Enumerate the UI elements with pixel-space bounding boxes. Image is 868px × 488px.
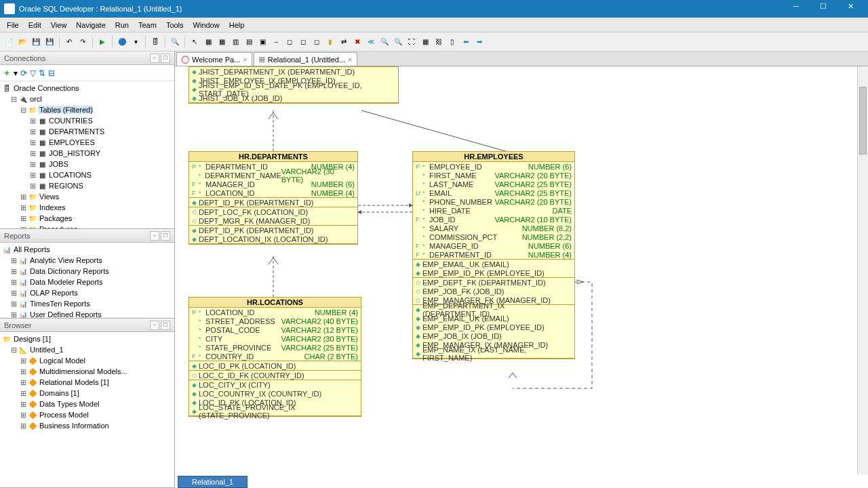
maximize-button[interactable]: ☐	[810, 2, 837, 16]
expand-icon[interactable]: ⊞	[28, 182, 37, 190]
link-icon[interactable]: ⛓	[433, 36, 445, 48]
expand-icon[interactable]: ⊞	[9, 256, 18, 265]
pointer-icon[interactable]: ↖	[189, 36, 201, 48]
expand-icon[interactable]: ⊞	[19, 192, 27, 201]
panel-max-icon[interactable]: □	[161, 231, 170, 241]
minimize-button[interactable]: ─	[783, 2, 810, 16]
menu-window[interactable]: Window	[189, 20, 224, 30]
collapse-icon[interactable]: ⊟	[48, 68, 55, 78]
menu-edit[interactable]: Edit	[24, 20, 45, 30]
sq2-icon[interactable]: ◻	[297, 36, 309, 48]
expand-icon[interactable]: ⊞	[9, 300, 18, 308]
add-connection-icon[interactable]: ＋	[3, 67, 11, 79]
tree-node[interactable]: Indexes	[38, 203, 66, 211]
menu-view[interactable]: View	[47, 20, 71, 30]
save-all-icon[interactable]: 💾	[43, 36, 56, 48]
expand-icon[interactable]: ⊞	[19, 411, 27, 420]
tree-table[interactable]: JOB_HISTORY	[47, 149, 100, 157]
expand-icon[interactable]: ⊞	[28, 138, 37, 147]
zoom-in-icon[interactable]: 🔍	[378, 36, 391, 48]
tree-model[interactable]: Logical Model	[38, 357, 85, 365]
fit-icon[interactable]: ⛶	[406, 36, 418, 48]
expand-icon[interactable]: ⊞	[28, 149, 37, 158]
back-icon[interactable]: ⬅	[460, 36, 472, 48]
menu-navigate[interactable]: Navigate	[72, 20, 109, 30]
tree-model[interactable]: Relational Models [1]	[38, 378, 109, 386]
new-icon[interactable]: 📄	[3, 36, 15, 48]
delete-icon[interactable]: ✖	[351, 36, 363, 48]
tree-designs[interactable]: Designs [1]	[12, 335, 51, 343]
menu-tools[interactable]: Tools	[162, 20, 188, 30]
sort-icon[interactable]: ⇅	[39, 68, 45, 78]
tree-table[interactable]: COUNTRIES	[47, 117, 93, 125]
expand-icon[interactable]: ⊞	[28, 171, 37, 180]
expand-icon[interactable]: ⊞	[19, 422, 27, 430]
sq1-icon[interactable]: ◻	[283, 36, 296, 48]
tree-tables[interactable]: Tables (Filtered)	[38, 106, 93, 114]
expand-icon[interactable]: ⊞	[28, 160, 37, 169]
close-button[interactable]: ✕	[837, 2, 864, 16]
db-icon[interactable]: 🗄	[149, 36, 161, 48]
expand-icon[interactable]: ⊞	[19, 357, 27, 365]
subview-tab[interactable]: Relational_1	[178, 476, 248, 488]
layout-icon[interactable]: ▯	[446, 36, 458, 48]
split-icon[interactable]: ▥	[229, 36, 241, 48]
tree-table[interactable]: REGIONS	[47, 182, 83, 190]
binoculars-icon[interactable]: 🔍	[169, 36, 181, 48]
tree-table[interactable]: DEPARTMENTS	[47, 127, 104, 136]
close-icon[interactable]: ×	[243, 56, 247, 64]
refresh-icon[interactable]: ⟳	[20, 68, 27, 78]
menu-team[interactable]: Team	[134, 20, 161, 30]
tree-report[interactable]: Data Modeler Reports	[28, 278, 103, 286]
save-icon[interactable]: 💾	[30, 36, 42, 48]
panel-max-icon[interactable]: □	[161, 54, 170, 63]
grid-icon[interactable]: ▦	[419, 36, 431, 48]
tree-model[interactable]: Domains [1]	[38, 389, 79, 397]
dropdown-icon[interactable]: ▾	[14, 68, 18, 78]
expand-icon[interactable]: ⊞	[28, 117, 37, 125]
sync-icon[interactable]: ⇄	[338, 36, 350, 48]
tree-report[interactable]: OLAP Reports	[28, 289, 78, 297]
tree-model[interactable]: Business Information	[38, 422, 109, 430]
tree-db[interactable]: orcl	[28, 95, 42, 103]
expand-icon[interactable]: ⊞	[19, 378, 27, 387]
run-icon[interactable]: ▶	[96, 36, 108, 48]
erd-table-employees[interactable]: HR.EMPLOYEES P*EMPLOYEE_IDNUMBER (6)*FIR…	[412, 151, 575, 359]
tree-report[interactable]: TimesTen Reports	[28, 300, 90, 308]
filter-icon[interactable]: ▽	[30, 68, 36, 78]
diagram-canvas[interactable]: ◆JHIST_DEPARTMENT_IX (DEPARTMENT_ID)◆JHI…	[175, 66, 868, 488]
merge-icon[interactable]: ▤	[243, 36, 255, 48]
menu-help[interactable]: Help	[225, 20, 249, 30]
expand-icon[interactable]: ⊞	[19, 367, 27, 376]
view-icon[interactable]: ▦	[216, 36, 228, 48]
redo-icon[interactable]: ↷	[77, 36, 89, 48]
expand-icon[interactable]: ⊞	[9, 278, 18, 287]
panel-min-icon[interactable]: -	[150, 54, 159, 63]
tree-table[interactable]: EMPLOYEES	[47, 138, 95, 146]
panel-min-icon[interactable]: -	[150, 321, 159, 330]
tree-model[interactable]: Multidimensional Models...	[38, 367, 127, 375]
expand-icon[interactable]: ⊞	[28, 127, 37, 136]
tree-design[interactable]: Untitled_1	[28, 346, 64, 354]
tree-model[interactable]: Data Types Model	[38, 400, 99, 408]
browser-tree[interactable]: 📁Designs [1] ⊟📐Untitled_1 ⊞🔶Logical Mode…	[0, 332, 174, 487]
dropdown-icon[interactable]: ▾	[130, 36, 142, 48]
erd-table-locations[interactable]: HR.LOCATIONS P*LOCATION_IDNUMBER (4)*STR…	[189, 297, 361, 417]
connections-tree[interactable]: 🗄Oracle Connections ⊟🔌orcl ⊟📁Tables (Fil…	[0, 81, 174, 228]
tree-table[interactable]: JOBS	[47, 160, 68, 168]
expand-icon[interactable]: ⊞	[9, 310, 18, 319]
tab-relational[interactable]: ▦Relational_1 (Untitled...×	[254, 52, 357, 66]
nav-icon[interactable]: 🔵	[116, 36, 128, 48]
panel-min-icon[interactable]: -	[150, 231, 159, 241]
expand-icon[interactable]: ⊞	[19, 203, 27, 212]
tree-reports-root[interactable]: All Reports	[12, 245, 50, 253]
expand-icon[interactable]: ⊞	[19, 400, 27, 409]
tree-node[interactable]: Views	[38, 192, 59, 201]
tab-welcome[interactable]: ◯Welcome Pa...×	[176, 52, 252, 66]
table-icon[interactable]: ▦	[202, 36, 214, 48]
expand-icon[interactable]: ⊞	[9, 267, 18, 276]
tree-report[interactable]: Analytic View Reports	[28, 256, 102, 264]
scrollbar-thumb[interactable]	[859, 87, 867, 155]
rewind-icon[interactable]: ≪	[365, 36, 377, 48]
menu-run[interactable]: Run	[111, 20, 133, 30]
